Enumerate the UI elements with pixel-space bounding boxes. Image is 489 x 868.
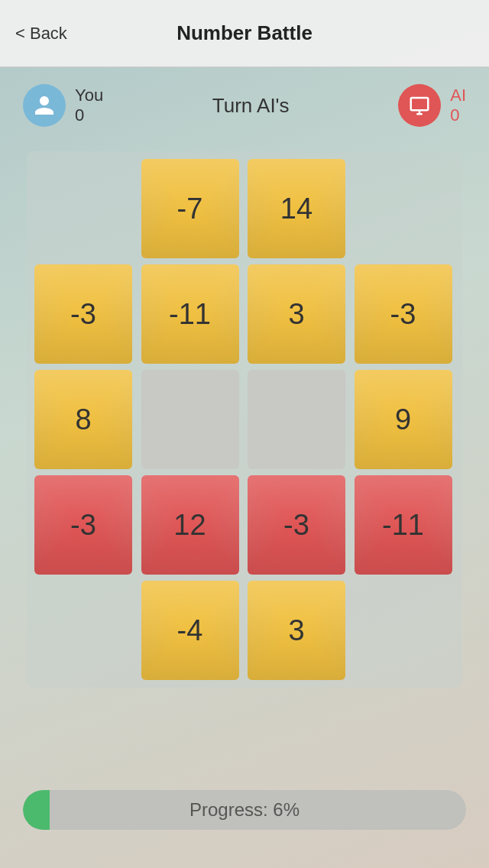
progress-section: Progress: 6% [0, 790, 489, 830]
grid-cell-2-0[interactable]: 8 [34, 370, 132, 469]
you-section: You 0 [23, 84, 103, 127]
grid-cell-3-3[interactable]: -11 [355, 475, 452, 575]
you-info: You 0 [75, 86, 103, 125]
progress-text: Progress: 6% [23, 799, 466, 821]
game-grid-container: -714-3-113-389-312-3-11-43 [27, 151, 462, 688]
grid-cell-4-3 [355, 581, 452, 680]
grid-cell-1-3[interactable]: -3 [355, 264, 452, 364]
grid-cell-2-1 [141, 370, 239, 469]
progress-bar-bg: Progress: 6% [23, 790, 466, 830]
nav-bar: < Back Number Battle [0, 0, 489, 67]
grid-cell-4-2[interactable]: 3 [248, 581, 345, 680]
back-button[interactable]: < Back [15, 24, 67, 44]
you-avatar [23, 84, 66, 127]
page-title: Number Battle [176, 21, 313, 45]
grid-cell-1-0[interactable]: -3 [34, 264, 132, 364]
grid-cell-4-0 [34, 581, 132, 680]
grid-cell-0-3 [355, 159, 452, 258]
monitor-icon [408, 94, 431, 117]
grid-cell-2-3[interactable]: 9 [355, 370, 452, 469]
score-area: You 0 Turn AI's AI 0 [0, 67, 489, 144]
you-score: 0 [75, 105, 84, 125]
grid-cell-1-1[interactable]: -11 [141, 264, 239, 364]
grid-cell-1-2[interactable]: 3 [248, 264, 345, 364]
grid-cell-3-2[interactable]: -3 [248, 475, 345, 575]
game-grid: -714-3-113-389-312-3-11-43 [34, 159, 455, 680]
grid-cell-0-0 [34, 159, 132, 258]
person-icon [33, 94, 56, 117]
ai-name: AI [450, 86, 466, 105]
ai-avatar [398, 84, 441, 127]
ai-score: 0 [450, 105, 459, 125]
grid-cell-0-1[interactable]: -7 [141, 159, 239, 258]
grid-cell-4-1[interactable]: -4 [141, 581, 239, 680]
ai-section: AI 0 [398, 84, 466, 127]
grid-cell-0-2[interactable]: 14 [248, 159, 345, 258]
grid-cell-2-2 [248, 370, 345, 469]
grid-cell-3-1[interactable]: 12 [141, 475, 239, 575]
you-name: You [75, 86, 103, 105]
ai-info: AI 0 [450, 86, 466, 125]
turn-label: Turn AI's [212, 94, 290, 118]
grid-cell-3-0[interactable]: -3 [34, 475, 132, 575]
back-label: < Back [15, 24, 67, 44]
